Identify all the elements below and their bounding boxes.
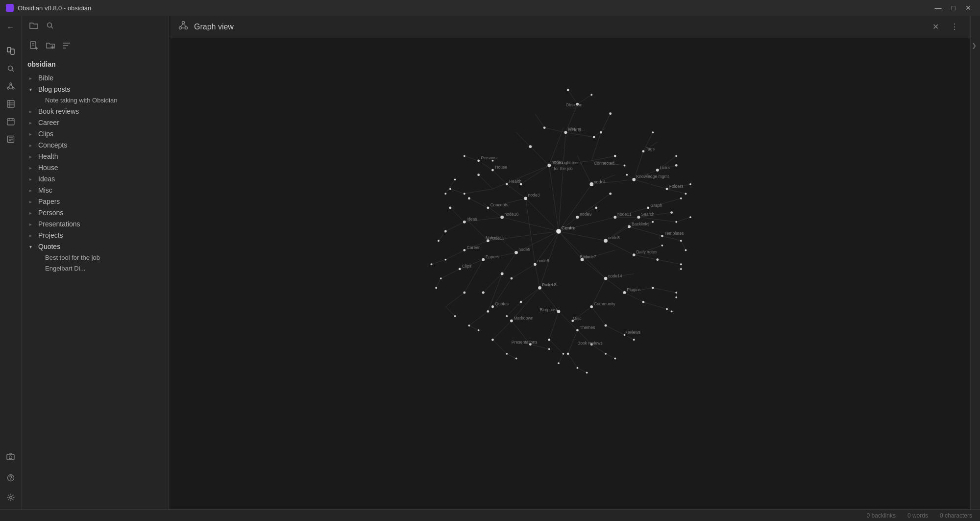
rail-templates-icon[interactable] <box>3 131 19 147</box>
rail-settings-icon[interactable] <box>3 490 19 505</box>
svg-text:Bible: Bible <box>580 254 589 259</box>
svg-text:Community: Community <box>594 301 615 306</box>
icon-rail: ← <box>0 16 22 509</box>
svg-rect-1 <box>11 49 14 54</box>
svg-point-261 <box>478 329 480 331</box>
svg-point-297 <box>675 155 677 157</box>
svg-point-251 <box>510 320 513 323</box>
svg-text:for the job: for the job <box>554 166 573 171</box>
rail-search-icon[interactable] <box>3 61 19 76</box>
svg-point-183 <box>589 182 593 186</box>
svg-text:node5: node5 <box>518 247 530 252</box>
tree-item-book-reviews[interactable]: ▸Book reviews <box>24 106 166 117</box>
main-content: ← <box>0 16 980 509</box>
rail-files-icon[interactable] <box>3 43 19 59</box>
tree-item-misc[interactable]: ▸Misc <box>24 185 166 196</box>
new-folder-button[interactable] <box>44 40 57 54</box>
svg-point-245 <box>567 352 569 355</box>
tree-item-best-tool[interactable]: Best tool for the job <box>24 252 166 263</box>
minimize-button[interactable]: — <box>932 3 945 13</box>
svg-point-268 <box>482 258 485 261</box>
new-file-button[interactable] <box>27 39 40 54</box>
svg-point-244 <box>614 358 616 360</box>
tree-item-blog-posts[interactable]: ▾Blog posts <box>24 84 166 95</box>
tree-arrow-health: ▸ <box>29 154 35 159</box>
svg-point-247 <box>586 372 588 373</box>
svg-point-212 <box>637 216 640 219</box>
svg-point-295 <box>506 315 508 317</box>
svg-point-266 <box>510 277 513 280</box>
svg-point-260 <box>468 324 470 326</box>
rail-daily-icon[interactable] <box>3 114 19 129</box>
svg-text:node11: node11 <box>617 212 632 217</box>
svg-point-196 <box>593 136 595 138</box>
svg-point-209 <box>666 188 668 190</box>
rail-camera-icon[interactable] <box>3 448 19 464</box>
graph-close-button[interactable]: ✕ <box>929 20 943 33</box>
sidebar-content[interactable]: ▸Bible▾Blog postsNote taking with Obsidi… <box>22 72 168 509</box>
tree-item-ideas[interactable]: ▸Ideas <box>24 174 166 184</box>
tree-item-concepts[interactable]: ▸Concepts <box>24 140 166 150</box>
rail-help-icon[interactable] <box>3 470 19 486</box>
svg-point-184 <box>514 251 518 254</box>
tree-label-blog-posts: Blog posts <box>38 85 70 93</box>
tree-item-note-taking[interactable]: Note taking with Obsidian <box>24 95 166 105</box>
svg-text:Folders: Folders <box>669 184 684 189</box>
svg-point-243 <box>605 353 607 355</box>
svg-text:Themes: Themes <box>580 325 595 330</box>
rail-table-icon[interactable] <box>3 96 19 112</box>
svg-point-26 <box>9 496 12 499</box>
svg-text:Career: Career <box>467 245 480 250</box>
svg-point-202 <box>624 165 626 167</box>
tree-item-health[interactable]: ▸Health <box>24 151 166 162</box>
svg-point-198 <box>567 89 569 91</box>
tree-item-presentations[interactable]: ▸Presentations <box>24 219 166 229</box>
svg-point-279 <box>468 197 470 199</box>
sort-button[interactable] <box>61 39 73 54</box>
svg-text:Blog posts: Blog posts <box>540 307 560 312</box>
svg-point-280 <box>487 207 489 209</box>
svg-point-237 <box>605 324 607 327</box>
svg-text:Links: Links <box>660 165 670 170</box>
svg-text:Tags: Tags <box>646 147 655 151</box>
close-button[interactable]: ✕ <box>962 3 974 13</box>
open-folder-button[interactable] <box>27 20 40 33</box>
svg-point-185 <box>534 263 537 266</box>
tree-label-note-taking: Note taking with Obsidian <box>45 97 117 104</box>
svg-point-194 <box>529 145 532 148</box>
tree-item-persons[interactable]: ▸Persons <box>24 207 166 218</box>
svg-text:Persons: Persons <box>481 155 496 160</box>
svg-rect-10 <box>7 100 14 107</box>
svg-point-189 <box>500 216 504 219</box>
svg-point-257 <box>487 310 489 313</box>
tree-item-engelbart-di[interactable]: Engelbart Di... <box>24 263 166 273</box>
tree-item-quotes[interactable]: ▾Quotes <box>24 241 166 252</box>
graph-panel: Graph view ✕ ⋮ <box>171 16 970 509</box>
graph-canvas[interactable]: Central node1 node2 node3 node4 node5 no… <box>171 38 970 509</box>
svg-text:Writing...: Writing... <box>568 126 585 131</box>
tree-item-projects[interactable]: ▸Projects <box>24 230 166 241</box>
tree-item-clips[interactable]: ▸Clips <box>24 128 166 139</box>
svg-point-25 <box>10 479 11 480</box>
svg-text:Projects: Projects <box>542 282 557 287</box>
tree-item-career[interactable]: ▸Career <box>24 117 166 128</box>
tree-label-clips: Clips <box>38 130 53 138</box>
svg-point-296 <box>626 174 628 176</box>
search-button[interactable] <box>44 20 56 33</box>
svg-point-210 <box>685 193 687 195</box>
titlebar-controls[interactable]: — □ ✕ <box>932 3 974 13</box>
svg-point-293 <box>595 207 597 209</box>
tree-item-bible[interactable]: ▸Bible <box>24 73 166 83</box>
rail-graph-icon[interactable] <box>3 78 19 94</box>
rail-back-button[interactable]: ← <box>3 20 19 35</box>
maximize-button[interactable]: □ <box>949 3 958 13</box>
tree-item-house[interactable]: ▸House <box>24 162 166 173</box>
right-panel-toggle-button[interactable]: ❯ <box>971 40 978 51</box>
tree-arrow-presentations: ▸ <box>29 222 35 227</box>
tree-label-bible: Bible <box>38 74 53 82</box>
titlebar-title: Obsidian v0.8.0 - obsidian <box>18 4 91 12</box>
svg-point-229 <box>642 301 645 303</box>
graph-more-button[interactable]: ⋮ <box>947 20 962 33</box>
svg-point-223 <box>633 253 636 256</box>
tree-item-papers[interactable]: ▸Papers <box>24 196 166 207</box>
